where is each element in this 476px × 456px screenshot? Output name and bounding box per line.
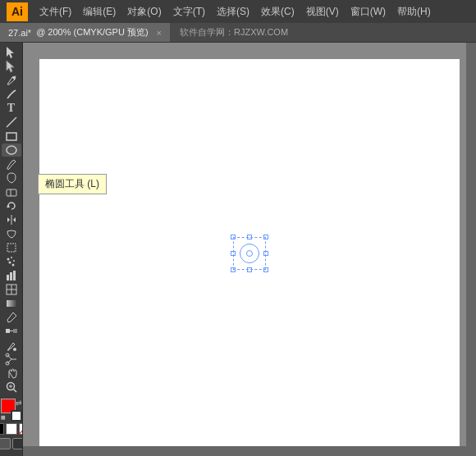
column-graph-tool[interactable]	[2, 269, 21, 282]
symbol-sprayer-tool[interactable]	[2, 255, 21, 268]
eyedropper-tool[interactable]	[2, 311, 21, 324]
zoom-tool[interactable]	[2, 381, 21, 394]
title-bar: Ai 文件(F) 编辑(E) 对象(O) 文字(T) 选择(S) 效果(C) 视…	[0, 0, 476, 23]
svg-point-17	[11, 264, 14, 267]
blend-tool[interactable]	[2, 325, 21, 338]
scale-tool[interactable]	[2, 213, 21, 226]
svg-point-14	[11, 257, 12, 258]
menu-file[interactable]: 文件(F)	[34, 3, 76, 21]
free-transform-tool[interactable]	[2, 241, 21, 254]
svg-marker-11	[13, 217, 16, 222]
none-color-row	[0, 423, 23, 435]
pen-tool[interactable]	[2, 74, 21, 87]
svg-line-35	[13, 390, 16, 393]
black-swatch[interactable]	[0, 423, 4, 435]
tab-site-info: 软件自学网：RJZXW.COM	[170, 26, 298, 39]
svg-rect-19	[10, 272, 12, 280]
rectangle-tool[interactable]	[2, 130, 21, 143]
menu-edit[interactable]: 编辑(E)	[78, 3, 121, 21]
ai-logo: Ai	[7, 2, 28, 21]
live-paint-tool[interactable]	[2, 339, 21, 352]
tab-active[interactable]: 27.ai* @ 200% (CMYK/GPU 预览) ×	[0, 23, 170, 42]
svg-rect-4	[7, 133, 16, 140]
toolbar: T	[0, 43, 23, 456]
blob-brush-tool[interactable]	[2, 171, 21, 185]
svg-point-5	[7, 146, 16, 154]
svg-rect-24	[7, 300, 16, 307]
svg-marker-0	[7, 47, 14, 58]
direct-selection-tool[interactable]	[2, 60, 21, 73]
svg-marker-10	[7, 217, 10, 222]
menu-help[interactable]: 帮助(H)	[392, 3, 436, 21]
pencil-tool[interactable]	[2, 88, 21, 101]
right-scrollbar[interactable]	[466, 43, 476, 456]
menu-object[interactable]: 对象(O)	[122, 3, 166, 21]
svg-point-15	[8, 262, 11, 264]
selected-object[interactable]	[233, 237, 266, 270]
menu-bar: 文件(F) 编辑(E) 对象(O) 文字(T) 选择(S) 效果(C) 视图(V…	[34, 3, 469, 21]
fill-stroke-area: ⇄ ■	[1, 399, 22, 422]
menu-window[interactable]: 窗口(W)	[346, 3, 391, 21]
tab-close-button[interactable]: ×	[157, 28, 162, 38]
selection-tool[interactable]	[2, 46, 21, 59]
svg-rect-12	[7, 244, 16, 252]
line-tool[interactable]	[2, 116, 21, 129]
svg-point-13	[7, 258, 9, 261]
main-layout: T	[0, 43, 476, 456]
artboard-mode[interactable]	[12, 438, 24, 449]
svg-rect-20	[13, 271, 16, 280]
svg-marker-1	[7, 61, 14, 72]
swap-colors-icon[interactable]: ⇄	[16, 399, 22, 407]
tab-label: 27.ai*	[8, 28, 31, 38]
svg-point-2	[12, 77, 15, 80]
hand-tool[interactable]	[2, 367, 21, 380]
selection-box	[233, 237, 266, 270]
svg-rect-26	[13, 329, 17, 333]
svg-marker-8	[7, 204, 10, 207]
svg-line-29	[7, 355, 11, 359]
type-tool[interactable]: T	[2, 102, 21, 115]
mesh-tool[interactable]	[2, 283, 21, 296]
gradient-tool[interactable]	[2, 297, 21, 310]
change-screen-mode[interactable]	[0, 438, 11, 449]
scissors-tool[interactable]	[2, 353, 21, 366]
stroke-swatch[interactable]	[11, 410, 22, 422]
eraser-tool[interactable]	[2, 185, 21, 198]
svg-point-16	[13, 260, 15, 262]
svg-rect-6	[7, 189, 16, 196]
default-colors-icon[interactable]: ■	[1, 413, 6, 422]
tab-bar: 27.ai* @ 200% (CMYK/GPU 预览) × 软件自学网：RJZX…	[0, 23, 476, 43]
tab-info: @ 200% (CMYK/GPU 预览)	[36, 26, 148, 39]
svg-line-30	[7, 359, 11, 363]
paintbrush-tool[interactable]	[2, 157, 21, 171]
center-point[interactable]	[246, 250, 253, 257]
color-section: ⇄ ■	[0, 399, 23, 449]
menu-select[interactable]: 选择(S)	[212, 3, 254, 21]
bottom-scrollbar[interactable]	[23, 446, 466, 456]
rotate-tool[interactable]	[2, 199, 21, 212]
menu-view[interactable]: 视图(V)	[301, 3, 344, 21]
white-swatch[interactable]	[6, 423, 17, 435]
warp-tool[interactable]	[2, 227, 21, 240]
menu-effect[interactable]: 效果(C)	[256, 3, 300, 21]
svg-line-3	[7, 117, 16, 127]
svg-rect-18	[7, 275, 9, 280]
svg-point-28	[13, 348, 16, 351]
menu-type[interactable]: 文字(T)	[168, 3, 210, 21]
ellipse-tool[interactable]	[2, 144, 21, 157]
white-canvas	[39, 59, 460, 448]
svg-rect-25	[6, 329, 10, 333]
canvas-area: 椭圆工具 (L)	[23, 43, 476, 456]
